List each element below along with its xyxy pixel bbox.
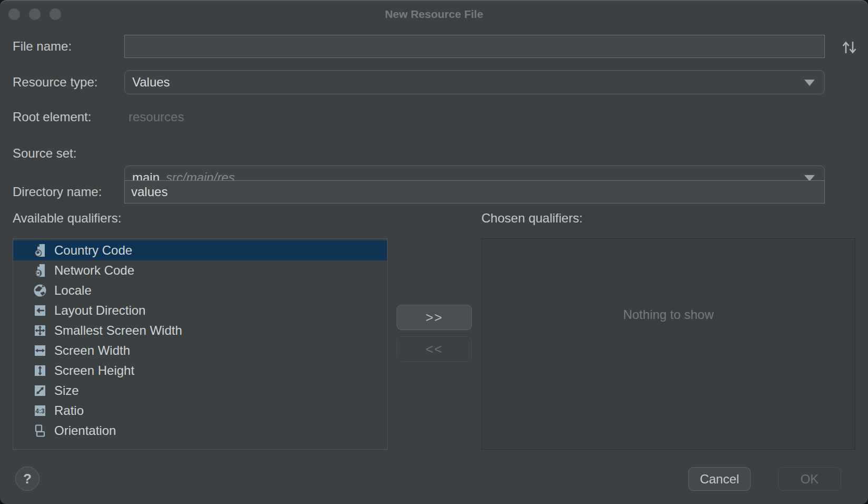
qualifier-item-size[interactable]: Size xyxy=(13,381,387,401)
resource-type-value: Values xyxy=(132,75,170,90)
cancel-button[interactable]: Cancel xyxy=(688,467,751,491)
add-qualifier-button[interactable]: >> xyxy=(397,305,472,330)
file-name-label: File name: xyxy=(13,35,72,58)
svg-text:4:3: 4:3 xyxy=(35,408,45,415)
arrow-left-icon xyxy=(32,303,48,318)
file-globe-icon xyxy=(32,243,48,258)
available-qualifiers-label: Available qualifiers: xyxy=(13,211,121,226)
qualifier-item-smallest-screen-width[interactable]: Smallest Screen Width xyxy=(13,321,387,341)
window-title: New Resource File xyxy=(0,0,868,27)
qualifier-item-label: Screen Height xyxy=(54,363,134,378)
empty-list-message: Nothing to show xyxy=(482,307,855,322)
file-name-input[interactable] xyxy=(124,35,825,58)
qualifier-item-network-code[interactable]: Network Code xyxy=(13,260,387,280)
file-signal-icon xyxy=(32,263,48,278)
chosen-qualifiers-label: Chosen qualifiers: xyxy=(481,211,583,226)
qualifier-item-layout-direction[interactable]: Layout Direction xyxy=(13,301,387,321)
qualifier-item-country-code[interactable]: Country Code xyxy=(13,240,387,260)
qualifier-item-label: Orientation xyxy=(54,423,116,438)
arrow-vertical-icon xyxy=(32,363,48,379)
arrow-diagonal-icon xyxy=(32,383,48,399)
available-qualifiers-list[interactable]: Country Code Network Code Locale Layout … xyxy=(13,238,388,450)
titlebar: New Resource File xyxy=(0,0,868,27)
remove-qualifier-button[interactable]: << xyxy=(397,336,472,362)
chevron-down-icon xyxy=(804,80,815,86)
directory-name-label: Directory name: xyxy=(13,180,102,203)
resource-type-select[interactable]: Values xyxy=(124,70,825,94)
ratio-icon: 4:3 xyxy=(32,403,48,419)
qualifier-item-screen-height[interactable]: Screen Height xyxy=(13,361,387,381)
question-mark-icon: ? xyxy=(23,471,32,487)
qualifier-item-label: Network Code xyxy=(54,263,134,278)
directory-name-input[interactable] xyxy=(124,180,825,203)
root-element-value: resources xyxy=(124,105,825,129)
new-resource-file-dialog: New Resource File File name: Resource ty… xyxy=(0,0,868,504)
qualifier-item-label: Smallest Screen Width xyxy=(54,323,182,338)
resource-type-label: Resource type: xyxy=(13,70,97,94)
qualifier-item-label: Screen Width xyxy=(54,343,130,358)
qualifier-item-orientation[interactable]: Orientation xyxy=(13,421,387,441)
qualifier-item-label: Ratio xyxy=(54,403,84,418)
qualifier-item-ratio[interactable]: 4:3Ratio xyxy=(13,401,387,421)
arrow-horizontal-icon xyxy=(32,343,48,358)
qualifier-item-label: Size xyxy=(54,383,79,398)
root-element-label: Root element: xyxy=(13,105,91,129)
help-button[interactable]: ? xyxy=(15,467,40,491)
globe-icon xyxy=(32,283,48,298)
qualifier-item-label: Country Code xyxy=(54,243,132,258)
qualifier-item-screen-width[interactable]: Screen Width xyxy=(13,341,387,361)
source-set-label: Source set: xyxy=(13,141,76,166)
ok-button[interactable]: OK xyxy=(778,467,841,491)
chosen-qualifiers-list[interactable]: Nothing to show xyxy=(481,238,855,450)
arrows-all-icon xyxy=(32,323,48,338)
qualifier-item-label: Layout Direction xyxy=(54,303,145,318)
up-down-arrows-icon[interactable] xyxy=(836,38,862,57)
qualifier-item-label: Locale xyxy=(54,283,92,298)
orientation-icon xyxy=(32,423,48,439)
qualifier-item-locale[interactable]: Locale xyxy=(13,280,387,301)
